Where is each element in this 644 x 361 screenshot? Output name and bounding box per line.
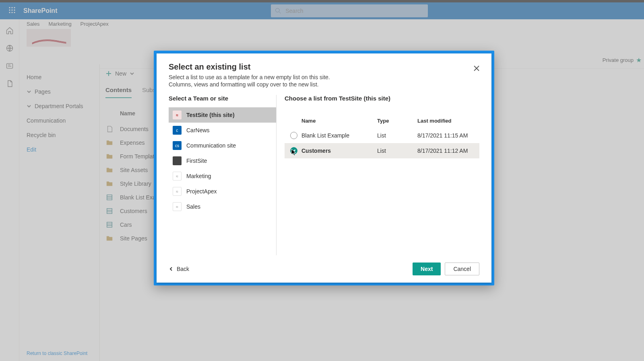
close-button[interactable] — [471, 63, 482, 74]
modal-highlight-border: Select an existing list Select a list to… — [154, 51, 494, 285]
list-type: List — [377, 132, 417, 139]
site-swatch-icon: ≈ — [173, 187, 182, 196]
close-icon — [474, 66, 479, 71]
site-label: Communication site — [186, 142, 236, 149]
modal-header: Select an existing list Select a list to… — [157, 53, 491, 95]
back-label: Back — [177, 266, 189, 272]
list-panel: Choose a list from TestSite (this site) … — [277, 95, 479, 255]
site-label: Sales — [186, 203, 200, 210]
radio-unchecked-icon[interactable] — [290, 132, 297, 139]
site-label: CarNews — [186, 127, 210, 133]
site-option-sales[interactable]: ≈ Sales — [169, 199, 276, 214]
site-label: TestSite (this site) — [186, 112, 235, 118]
site-option-projectapex[interactable]: ≈ ProjectApex — [169, 184, 276, 199]
chevron-left-icon — [169, 267, 173, 271]
site-swatch-icon: cs — [173, 141, 182, 150]
modal-title: Select an existing list — [169, 62, 479, 72]
header-name[interactable]: Name — [301, 118, 377, 124]
site-option-testsite[interactable]: ≈ TestSite (this site) — [169, 107, 276, 123]
site-swatch-icon: ≈ — [173, 202, 182, 211]
list-name: Customers — [301, 148, 377, 154]
header-modified[interactable]: Last modified — [417, 118, 478, 124]
modal-footer: Back Next Cancel — [157, 255, 491, 283]
site-swatch-icon — [173, 156, 182, 165]
site-swatch-icon: c — [173, 126, 182, 135]
next-button[interactable]: Next — [413, 263, 441, 275]
site-label: FirstSite — [186, 158, 207, 164]
list-option-customers[interactable]: Customers List 8/17/2021 11:12 AM — [285, 143, 479, 158]
site-label: ProjectApex — [186, 188, 217, 195]
site-option-firstsite[interactable]: FirstSite — [169, 153, 276, 168]
cursor-icon — [291, 149, 297, 156]
team-site-heading: Select a Team or site — [169, 95, 276, 102]
site-option-communication[interactable]: cs Communication site — [169, 138, 276, 153]
list-name: Blank List Example — [301, 132, 377, 139]
list-headers: Name Type Last modified — [285, 107, 479, 128]
list-modified: 8/17/2021 11:15 AM — [417, 132, 478, 139]
modal-subtitle-2: Columns, views and formatting will copy … — [169, 81, 479, 88]
modal-subtitle-1: Select a list to use as a template for a… — [169, 74, 479, 80]
site-option-marketing[interactable]: ≈ Marketing — [169, 168, 276, 184]
site-swatch-icon: ≈ — [173, 172, 182, 180]
back-button[interactable]: Back — [169, 266, 189, 272]
existing-list-dialog: Select an existing list Select a list to… — [157, 53, 491, 283]
header-type[interactable]: Type — [377, 118, 417, 124]
list-type: List — [377, 148, 417, 154]
list-modified: 8/17/2021 11:12 AM — [417, 148, 478, 154]
site-label: Marketing — [186, 173, 211, 179]
list-panel-heading: Choose a list from TestSite (this site) — [285, 95, 479, 102]
site-swatch-icon: ≈ — [173, 111, 182, 119]
cancel-button[interactable]: Cancel — [445, 263, 479, 275]
site-option-carnews[interactable]: c CarNews — [169, 123, 276, 138]
list-option-blank-list[interactable]: Blank List Example List 8/17/2021 11:15 … — [285, 128, 479, 143]
team-site-panel: Select a Team or site ≈ TestSite (this s… — [169, 95, 277, 255]
